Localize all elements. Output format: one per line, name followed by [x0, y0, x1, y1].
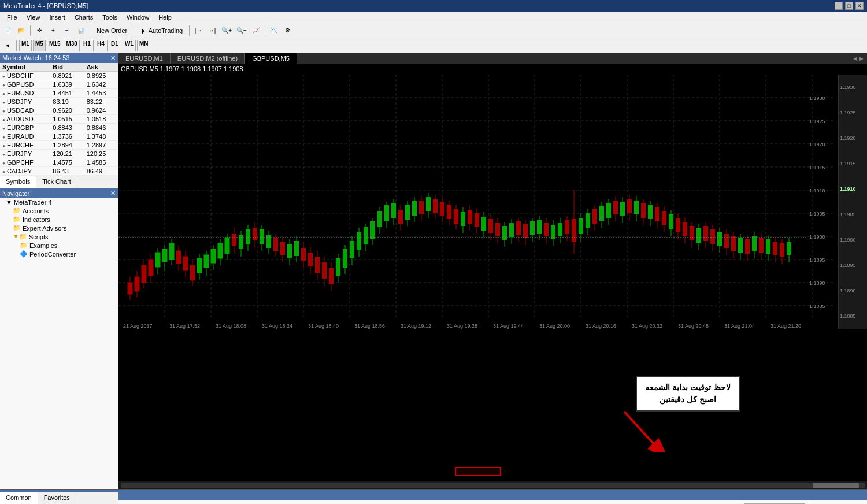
period-m5[interactable]: M5: [33, 40, 46, 51]
svg-rect-126: [440, 202, 444, 216]
chart-type-button[interactable]: 📊: [75, 24, 87, 37]
menu-window[interactable]: Window: [122, 14, 154, 21]
autotrading-button[interactable]: ⏵ AutoTrading: [136, 24, 187, 37]
chart-tab-gbpusd-m5[interactable]: GBPUSD,M5: [245, 53, 297, 64]
scroll-right-icon[interactable]: ►: [858, 55, 865, 62]
col-ask: Ask: [84, 63, 118, 72]
svg-rect-88: [308, 253, 313, 266]
nav-accounts[interactable]: 📁 Accounts: [0, 206, 118, 215]
svg-rect-136: [475, 213, 479, 227]
period-m1[interactable]: M1: [19, 40, 32, 51]
chart-tab-eurusd-m1[interactable]: EURUSD,M1: [118, 53, 171, 64]
crosshair-button[interactable]: ✛: [33, 24, 46, 37]
nav-period-converter[interactable]: 🔷 PeriodConverter: [0, 250, 118, 258]
svg-rect-218: [759, 238, 764, 253]
zoom-out-button[interactable]: −: [61, 24, 73, 37]
market-watch-row[interactable]: ● EURGBP 0.8843 0.8846: [0, 124, 118, 132]
mw-bid: 1.6339: [50, 80, 84, 89]
svg-rect-162: [565, 220, 569, 234]
chart-shift-button[interactable]: |↔: [192, 24, 205, 37]
scroll-left-icon[interactable]: ◄: [852, 55, 858, 62]
nav-indicators[interactable]: 📁 Indicators: [0, 215, 118, 224]
period-m30[interactable]: M30: [64, 40, 79, 51]
svg-text:31 Aug 19:44: 31 Aug 19:44: [493, 323, 524, 329]
toolbar-1: 📄 📂 ✛ + − 📊 New Order ⏵ AutoTrading |↔ ↔…: [0, 23, 867, 38]
svg-rect-212: [738, 238, 743, 253]
minimize-button[interactable]: ─: [835, 2, 843, 10]
period-d1[interactable]: D1: [109, 40, 121, 51]
sep-1: [30, 25, 31, 36]
arrow-left-button[interactable]: ◄: [1, 39, 14, 52]
svg-rect-216: [752, 236, 757, 251]
market-watch-close[interactable]: ✕: [110, 54, 116, 62]
market-watch-row[interactable]: ● EURCHF 1.2894 1.2897: [0, 141, 118, 150]
chart-area: EURUSD,M1 EURUSD,M2 (offline) GBPUSD,M5 …: [118, 53, 867, 489]
zoom-in2-button[interactable]: 🔍+: [220, 24, 234, 37]
chart-svg: 1.1930 1.1925 1.1920 1.1915 1.1910 1.190…: [118, 75, 835, 329]
menu-bar: File View Insert Charts Tools Window Hel…: [0, 12, 867, 23]
st-body: ▼ Expert properties Symbol: ▼ Period: ▼ …: [0, 500, 809, 504]
chart-canvas[interactable]: GBPUSD,M5 1.1907 1.1908 1.1907 1.1908: [118, 64, 867, 481]
svg-rect-120: [419, 201, 424, 214]
market-watch-row[interactable]: ● GBPCHF 1.4575 1.4585: [0, 158, 118, 167]
chart-tab-eurusd-m2[interactable]: EURUSD,M2 (offline): [171, 53, 245, 64]
nav-scripts[interactable]: ▼📁 Scripts: [0, 232, 118, 241]
menu-charts[interactable]: Charts: [70, 14, 98, 21]
period-w1[interactable]: W1: [123, 40, 136, 51]
close-button[interactable]: ✕: [855, 2, 864, 10]
market-watch-row[interactable]: ● EURUSD 1.4451 1.4453: [0, 89, 118, 98]
period-mn[interactable]: MN: [137, 40, 151, 51]
sep-5: [265, 25, 265, 36]
mw-symbol: ● EURUSD: [0, 89, 50, 98]
autoscroll-button[interactable]: ↔|: [206, 24, 218, 37]
menu-insert[interactable]: Insert: [45, 14, 70, 21]
scrollbar-track[interactable]: [121, 483, 865, 488]
market-watch-row[interactable]: ● USDCAD 0.9620 0.9624: [0, 106, 118, 115]
navigator-close[interactable]: ✕: [110, 190, 116, 197]
period-h1[interactable]: H1: [81, 40, 94, 51]
svg-rect-156: [544, 223, 549, 236]
svg-line-244: [624, 412, 653, 443]
new-button[interactable]: 📄: [1, 24, 14, 37]
window-controls[interactable]: ─ □ ✕: [835, 2, 864, 10]
svg-rect-42: [149, 260, 153, 276]
market-watch-row[interactable]: ● CADJPY 86.43 86.49: [0, 167, 118, 176]
nav-expert-advisors[interactable]: 📁 Expert Advisors: [0, 224, 118, 232]
scrollbar-thumb[interactable]: [813, 483, 859, 488]
svg-rect-184: [641, 203, 646, 218]
market-watch-row[interactable]: ● EURAUD 1.3736 1.3748: [0, 132, 118, 141]
new-order-button[interactable]: New Order: [92, 24, 131, 37]
menu-file[interactable]: File: [2, 14, 22, 21]
svg-rect-58: [204, 255, 209, 268]
tab-symbols[interactable]: Symbols: [0, 176, 36, 188]
zoom-in-button[interactable]: +: [47, 24, 60, 37]
open-button[interactable]: 📂: [15, 24, 28, 37]
mw-ask: 1.4585: [84, 158, 118, 167]
settings-button[interactable]: ⚙: [281, 24, 294, 37]
svg-rect-102: [357, 232, 361, 250]
maximize-button[interactable]: □: [845, 2, 853, 10]
market-watch-row[interactable]: ● USDJPY 83.19 83.22: [0, 98, 118, 106]
toolbar-periods: ◄ M1 M5 M15 M30 H1 H4 D1 W1 MN: [0, 38, 867, 53]
period-h4[interactable]: H4: [95, 40, 108, 51]
nav-metatrader4[interactable]: ▼ MetaTrader 4: [0, 198, 118, 206]
menu-help[interactable]: Help: [154, 14, 176, 21]
svg-rect-224: [780, 243, 784, 257]
chart-scrollbar[interactable]: [118, 481, 867, 489]
market-watch-row[interactable]: ● USDCHF 0.8921 0.8925: [0, 72, 118, 80]
menu-tools[interactable]: Tools: [98, 14, 122, 21]
market-watch-row[interactable]: ● GBPUSD 1.6339 1.6342: [0, 80, 118, 89]
market-watch-row[interactable]: ● EURJPY 120.21 120.25: [0, 150, 118, 158]
history-button[interactable]: 📈: [250, 24, 262, 37]
period-m15[interactable]: M15: [47, 40, 62, 51]
svg-rect-114: [398, 210, 403, 224]
zoom-out2-button[interactable]: 🔍−: [235, 24, 249, 37]
mw-bid: 0.8921: [50, 72, 84, 80]
market-watch-row[interactable]: ● AUDUSD 1.0515 1.0518: [0, 115, 118, 124]
svg-rect-186: [648, 205, 653, 219]
tab-tick-chart[interactable]: Tick Chart: [36, 176, 77, 188]
indicators-button[interactable]: 📉: [268, 24, 280, 37]
nav-examples[interactable]: 📁 Examples: [0, 241, 118, 250]
annotation-arrow: [618, 406, 665, 452]
menu-view[interactable]: View: [22, 14, 45, 21]
